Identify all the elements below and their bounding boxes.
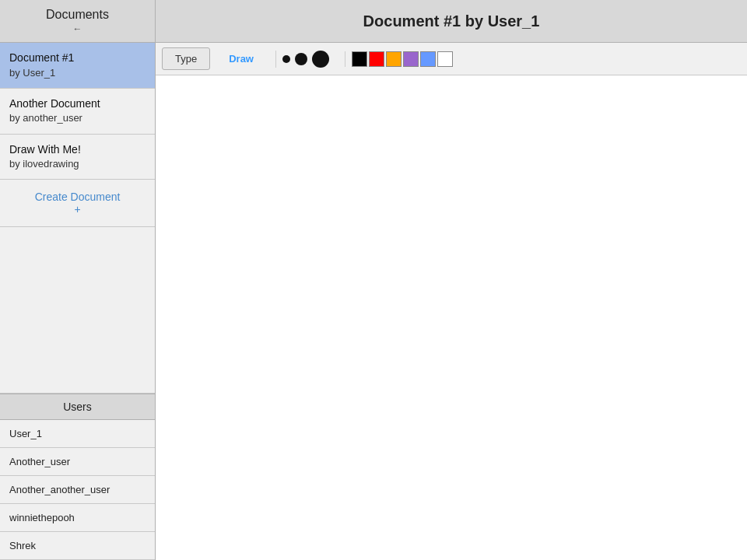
document-item[interactable]: Draw With Me!by ilovedrawing xyxy=(0,135,155,180)
color-swatch-purple[interactable] xyxy=(403,51,419,67)
documents-title: Documents xyxy=(46,8,109,22)
sidebar: Document #1by User_1Another Documentby a… xyxy=(0,43,156,560)
doc-author: by another_user xyxy=(9,111,146,125)
body-container: Document #1by User_1Another Documentby a… xyxy=(0,43,747,560)
user-item[interactable]: Another_another_user xyxy=(0,476,155,504)
doc-title: Document #1 xyxy=(9,51,146,66)
back-arrow-icon: ← xyxy=(73,23,82,34)
create-document-label: Create Document + xyxy=(9,191,146,215)
header: Documents ← Document #1 by User_1 xyxy=(0,0,747,43)
color-swatch-orange[interactable] xyxy=(386,51,402,67)
app-container: Documents ← Document #1 by User_1 Docume… xyxy=(0,0,747,560)
brush-size-selector xyxy=(275,51,335,68)
color-swatch-white[interactable] xyxy=(437,51,453,67)
create-document-button[interactable]: Create Document + xyxy=(0,180,155,227)
doc-author: by User_1 xyxy=(9,66,146,80)
document-list: Document #1by User_1Another Documentby a… xyxy=(0,43,155,180)
brush-large[interactable] xyxy=(312,51,329,68)
sidebar-header: Documents ← xyxy=(0,0,156,42)
color-swatch-black[interactable] xyxy=(352,51,367,67)
document-title: Document #1 by User_1 xyxy=(363,12,540,30)
main-content: Type Draw xyxy=(156,43,747,560)
user-item[interactable]: Another_user xyxy=(0,448,155,476)
user-item[interactable]: User_1 xyxy=(0,420,155,448)
toolbar: Type Draw xyxy=(156,43,747,75)
sidebar-spacer xyxy=(0,227,155,394)
document-item[interactable]: Another Documentby another_user xyxy=(0,89,155,135)
draw-button[interactable]: Draw xyxy=(216,48,266,69)
users-section: Users User_1Another_userAnother_another_… xyxy=(0,394,155,560)
color-palette xyxy=(345,51,459,67)
type-button[interactable]: Type xyxy=(162,47,210,70)
user-item[interactable]: winniethepooh xyxy=(0,504,155,532)
doc-title: Another Document xyxy=(9,96,146,112)
doc-title: Draw With Me! xyxy=(9,142,146,158)
document-item[interactable]: Document #1by User_1 xyxy=(0,43,155,89)
user-item[interactable]: Shrek xyxy=(0,532,155,560)
main-header: Document #1 by User_1 xyxy=(156,0,747,42)
brush-small[interactable] xyxy=(282,55,290,63)
users-header-label: Users xyxy=(0,394,155,420)
doc-author: by ilovedrawing xyxy=(9,157,146,171)
brush-medium[interactable] xyxy=(295,53,307,65)
color-swatch-red[interactable] xyxy=(369,51,384,67)
drawing-canvas[interactable] xyxy=(156,75,747,560)
color-swatch-blue[interactable] xyxy=(420,51,436,67)
